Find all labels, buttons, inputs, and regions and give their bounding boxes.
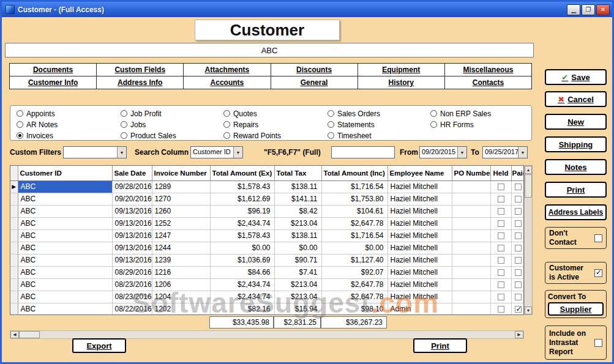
supplier-button[interactable]: Supplier <box>548 302 604 316</box>
shipping-button[interactable]: Shipping <box>545 136 607 152</box>
radio-appoints[interactable]: Appoints <box>17 109 121 118</box>
vertical-scrollbar[interactable]: ▲ ▼ <box>524 165 533 315</box>
paid-checkbox[interactable] <box>515 257 522 264</box>
tab-history[interactable]: History <box>358 76 445 89</box>
paid-checkbox[interactable] <box>515 196 522 202</box>
horizontal-scroll-thumb[interactable] <box>19 331 40 338</box>
col-sale-date[interactable]: Sale Date <box>112 166 152 180</box>
table-row[interactable]: ▶ABC09/28/20161289$1,578.43$138.11$1,716… <box>10 180 524 193</box>
radio-statements[interactable]: Statements <box>328 120 430 129</box>
print-bottom-button[interactable]: Print <box>413 338 467 353</box>
custom-filters-dropdown[interactable]: ▼ <box>63 146 127 158</box>
tab-general[interactable]: General <box>271 76 358 89</box>
held-checkbox[interactable] <box>498 184 504 190</box>
table-row[interactable]: ABC09/20/20161270$1,612.69$141.11$1,753.… <box>10 193 524 205</box>
radio-invoices[interactable]: Invoices <box>17 131 121 140</box>
held-checkbox[interactable] <box>498 208 504 215</box>
export-button[interactable]: Export <box>72 338 126 353</box>
col-employee-name[interactable]: Employee Name <box>387 166 452 180</box>
paid-checkbox[interactable] <box>515 184 522 190</box>
close-button[interactable]: ✕ <box>596 4 610 15</box>
radio-non-erp-sales[interactable]: Non ERP Sales <box>430 109 491 118</box>
scroll-left-icon[interactable]: ◀ <box>10 331 19 338</box>
radio-quotes[interactable]: Quotes <box>223 109 328 118</box>
save-button[interactable]: ✔ Save <box>545 69 607 85</box>
radio-hr-forms[interactable]: HR Forms <box>430 120 491 129</box>
radio-reward-points[interactable]: Reward Points <box>223 131 328 140</box>
table-row[interactable]: ABC08/23/20161206$2,434.74$213.04$2,647.… <box>10 278 524 291</box>
radio-product-sales[interactable]: Product Sales <box>121 131 223 140</box>
held-checkbox[interactable] <box>498 281 504 288</box>
new-button[interactable]: New <box>545 114 607 130</box>
table-row[interactable]: ABC09/13/20161260$96.19$8.42$104.61Hazie… <box>10 205 524 217</box>
table-row[interactable]: ABC08/29/20161216$84.66$7.41$92.07Haziel… <box>10 266 524 278</box>
held-checkbox[interactable] <box>498 245 504 251</box>
to-date-dropdown[interactable]: 09/25/2017 ▼ <box>482 146 528 158</box>
paid-checkbox[interactable] <box>515 281 522 288</box>
radio-ar-notes[interactable]: AR Notes <box>17 120 121 129</box>
paid-checkbox[interactable] <box>515 220 522 227</box>
paid-checkbox[interactable] <box>515 232 522 239</box>
scroll-down-icon[interactable]: ▼ <box>525 306 532 314</box>
table-row[interactable]: ABC08/22/20161202$82.16$15.94$98.10Admin <box>10 303 524 315</box>
radio-job-profit[interactable]: Job Profit <box>121 109 223 118</box>
radio-sales-orders[interactable]: Sales Orders <box>328 109 430 118</box>
held-checkbox[interactable] <box>498 257 504 264</box>
scroll-up-icon[interactable]: ▲ <box>525 166 532 174</box>
notes-button[interactable]: Notes <box>545 159 607 175</box>
held-checkbox[interactable] <box>498 306 504 313</box>
tab-equipment[interactable]: Equipment <box>358 63 445 76</box>
search-input[interactable] <box>331 146 395 158</box>
table-row[interactable]: ABC09/13/20161239$1,036.69$90.71$1,127.4… <box>10 254 524 266</box>
horizontal-scrollbar[interactable]: ◀ ▶ <box>10 330 524 339</box>
held-checkbox[interactable] <box>498 220 504 227</box>
cancel-button[interactable]: ✖ Cancel <box>545 91 607 107</box>
radio-jobs[interactable]: Jobs <box>121 120 223 129</box>
col-invoice-number[interactable]: Invoice Number <box>152 166 210 180</box>
paid-checkbox[interactable] <box>515 306 522 313</box>
tab-documents[interactable]: Documents <box>9 63 97 76</box>
tab-customer-info[interactable]: Customer Info <box>9 76 97 89</box>
search-column-dropdown[interactable]: Customer ID ▼ <box>190 146 243 158</box>
tab-address-info[interactable]: Address Info <box>96 76 184 89</box>
col-held[interactable]: Held <box>490 166 511 180</box>
tab-accounts[interactable]: Accounts <box>183 76 271 89</box>
tab-miscellaneous[interactable]: Miscellaneous <box>444 63 532 76</box>
col-total-ex[interactable]: Total Amount (Ex) <box>210 166 274 180</box>
table-row[interactable]: ABC08/23/20161204$2,434.74$213.04$2,647.… <box>10 291 524 303</box>
radio-timesheet[interactable]: Timesheet <box>328 131 430 140</box>
radio-repairs[interactable]: Repairs <box>223 120 328 129</box>
intrastat-checkbox[interactable] <box>594 339 602 347</box>
table-row[interactable]: ABC09/13/20161247$1,578.43$138.11$1,716.… <box>10 229 524 242</box>
paid-checkbox[interactable] <box>515 245 522 251</box>
vertical-scroll-thumb[interactable] <box>525 174 532 198</box>
col-paid[interactable]: Paid <box>511 166 524 180</box>
maximize-button[interactable]: ❐ <box>582 4 595 15</box>
held-checkbox[interactable] <box>498 294 504 300</box>
tab-contacts[interactable]: Contacts <box>444 76 532 89</box>
held-checkbox[interactable] <box>498 269 504 276</box>
tab-attachments[interactable]: Attachments <box>183 63 271 76</box>
dont-contact-checkbox[interactable] <box>594 234 602 242</box>
table-row[interactable]: ABC09/13/20161244$0.00$0.00$0.00Haziel M… <box>10 242 524 254</box>
col-customer-id[interactable]: Customer ID <box>18 166 112 180</box>
paid-checkbox[interactable] <box>515 269 522 276</box>
tab-custom-fields[interactable]: Custom Fields <box>96 63 184 76</box>
scroll-right-icon[interactable]: ▶ <box>515 331 523 338</box>
address-labels-button[interactable]: Address Labels <box>545 204 607 220</box>
paid-checkbox[interactable] <box>515 294 522 300</box>
table-row[interactable]: ABC09/13/20161252$2,434.74$213.04$2,647.… <box>10 217 524 229</box>
held-checkbox[interactable] <box>498 232 504 239</box>
tab-discounts[interactable]: Discounts <box>271 63 358 76</box>
customer-active-checkbox[interactable] <box>594 269 602 277</box>
print-button[interactable]: Print <box>545 182 607 198</box>
from-date-dropdown[interactable]: 09/20/2015 ▼ <box>419 146 467 158</box>
held-checkbox[interactable] <box>498 196 504 202</box>
customer-name-input[interactable] <box>5 43 534 58</box>
col-po-number[interactable]: PO Number <box>452 166 490 180</box>
paid-checkbox[interactable] <box>515 208 522 215</box>
col-total-tax[interactable]: Total Tax <box>274 166 321 180</box>
col-total-inc[interactable]: Total Amount (Inc) <box>321 166 387 180</box>
minimize-button[interactable]: ▁ <box>567 4 580 15</box>
scroll-track[interactable] <box>40 331 515 338</box>
